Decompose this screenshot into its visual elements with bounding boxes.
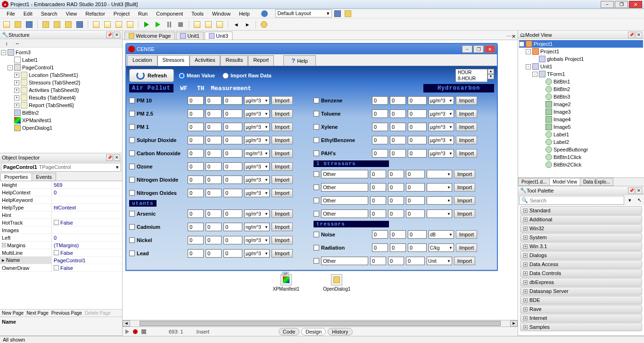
unit-combo[interactable]: Unit▼ [427,257,452,265]
wf-input[interactable] [370,170,386,178]
meas-input[interactable] [223,236,242,244]
row-checkbox[interactable] [314,198,319,203]
meas-input[interactable] [408,149,427,158]
menu-help[interactable]: Help [235,10,254,17]
prop-row[interactable]: HelpTypehtContext [0,204,122,211]
meas-input[interactable] [408,123,427,131]
doctabs-close-icon[interactable]: ✕ [512,33,516,40]
th-input[interactable] [206,136,222,144]
palette-category[interactable]: +BDE [520,296,642,304]
row-checkbox[interactable] [129,224,135,230]
wf-input[interactable] [188,162,204,171]
wf-input[interactable] [188,189,204,197]
doctab-welcome[interactable]: Welcome Page [124,32,175,40]
meas-input[interactable] [223,109,242,118]
unit-combo[interactable]: µg/m^3▼ [429,136,454,144]
mvtab-data[interactable]: Data Explo... [580,178,613,186]
wf-input[interactable] [372,109,388,118]
prop-row[interactable]: HelpContext0 [0,189,122,196]
palette-search-input[interactable] [530,198,622,203]
row-checkbox[interactable] [314,151,319,156]
record-icon[interactable] [133,329,138,334]
mvtab-model[interactable]: Model View [549,178,580,186]
prop-row[interactable]: HelpKeyword [0,196,122,204]
tab-report[interactable]: Report [248,55,274,66]
inspector-tab-events[interactable]: Events [32,173,56,181]
meas-input[interactable] [408,109,427,118]
menu-refactor[interactable]: Refactor [82,10,109,17]
th-input[interactable] [390,123,406,131]
th-input[interactable] [388,257,404,265]
radio-mean[interactable]: Mean Value [179,73,215,79]
tree-item[interactable]: BitBtn2Click [519,161,643,168]
row-checkbox[interactable] [129,211,135,217]
import-button[interactable]: Import [272,236,293,244]
designer-hscroll[interactable]: ◄► [123,320,518,326]
tray-opendialog[interactable]: OpenDialog1 [323,274,350,292]
palette-category[interactable]: +Data Access [520,260,642,268]
meas-input[interactable] [223,249,242,258]
help-button[interactable]: ?Help [283,55,316,66]
meas-input[interactable] [223,176,242,184]
modelview-close-icon[interactable]: ✕ [636,32,642,38]
tray-xpmanifest[interactable]: XP XPManifest1 [272,274,299,292]
meas-input[interactable] [223,223,242,231]
th-input[interactable] [206,189,222,197]
meas-input[interactable] [406,170,425,178]
tree-item[interactable]: +Location {TabSheet1} [1,71,121,79]
unit-combo[interactable]: µg/m^3▼ [429,123,454,131]
th-input[interactable] [388,209,404,218]
tab-results[interactable]: Results [220,55,248,66]
tab-activities[interactable]: Activities [190,55,220,66]
import-button[interactable]: Import [272,96,293,105]
palette-category[interactable]: +Win 3.1 [520,242,642,251]
maximize-button[interactable]: ❐ [615,1,628,8]
wf-input[interactable] [370,196,386,205]
meas-input[interactable] [223,209,242,218]
play-icon[interactable] [125,329,129,334]
unit-combo[interactable]: µg/m^3▼ [244,176,270,184]
menu-file[interactable]: File [3,10,19,17]
row-checkbox[interactable] [314,184,319,190]
th-input[interactable] [206,162,222,171]
palette-pin-icon[interactable]: 📌 [628,187,635,194]
unit-combo[interactable]: ng/m^3▼ [244,223,270,231]
stop-button[interactable] [176,20,185,29]
meas-input[interactable] [408,243,427,252]
btab-history[interactable]: History [328,328,352,335]
other-name-input[interactable] [321,257,368,265]
row-checkbox[interactable] [129,137,135,143]
cense-min-button[interactable]: − [462,45,472,53]
palette-category[interactable]: +Additional [520,215,642,224]
palette-category[interactable]: +dbExpress [520,278,642,286]
th-input[interactable] [206,209,222,218]
row-checkbox[interactable] [314,245,319,251]
doctab-unit3[interactable]: Unit3 [205,32,232,40]
tree-item[interactable]: Label2 [519,138,643,146]
import-button[interactable]: Import [456,149,477,158]
row-checkbox[interactable] [129,237,135,243]
import-button[interactable]: Import [272,249,293,258]
row-checkbox[interactable] [129,251,135,256]
doctabs-nav-icon[interactable]: ⋯ [506,33,512,40]
unit-combo[interactable]: µg/m^3▼ [429,109,454,118]
row-checkbox[interactable] [314,171,319,177]
import-button[interactable]: Import [456,109,477,118]
palette-pointer-icon[interactable]: ↖ [635,196,644,205]
folder2-button[interactable] [52,20,62,29]
unit-combo[interactable]: C/kg▼ [429,243,454,252]
th-input[interactable] [206,109,222,118]
tree-item[interactable]: -Project1 [519,40,643,48]
row-checkbox[interactable] [129,190,135,196]
palette-category[interactable]: +Dialogs [520,251,642,259]
import-button[interactable]: Import [456,243,477,252]
row-checkbox[interactable] [129,177,135,183]
mvtab-project[interactable]: Project1.d... [518,178,550,186]
palette-category[interactable]: +Rave [520,305,642,313]
other-name-input[interactable] [321,170,368,178]
th-input[interactable] [390,243,406,252]
inspector-object-combo[interactable]: PageControl1 TPageControl ▾ [1,163,121,172]
folder1-button[interactable] [41,20,50,29]
tree-item[interactable]: +Stressors {TabSheet2} [1,79,121,86]
th-input[interactable] [388,183,404,192]
